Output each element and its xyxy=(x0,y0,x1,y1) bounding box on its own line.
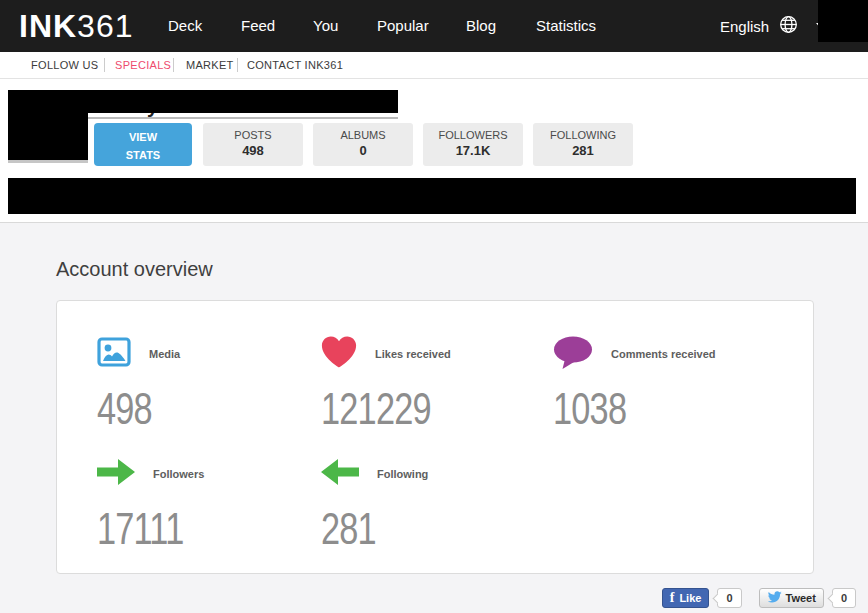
subnav-item-specials[interactable]: SPECIALS xyxy=(115,52,171,78)
stat-comments-received: Comments received 1038 xyxy=(553,337,773,429)
media-icon xyxy=(97,337,131,371)
stat-following: Following 281 xyxy=(321,457,553,549)
nav-item-feed[interactable]: Feed xyxy=(241,0,275,52)
tab-followers[interactable]: FOLLOWERS 17.1K xyxy=(423,123,523,166)
subnav-divider xyxy=(104,58,105,72)
tab-followers-value: 17.1K xyxy=(423,143,523,158)
facebook-share-group: f Like 0 xyxy=(662,588,742,608)
heart-icon xyxy=(321,336,357,372)
tab-posts-value: 498 xyxy=(203,143,303,158)
subnav-item-follow-us[interactable]: FOLLOW US xyxy=(31,52,99,78)
subnav-item-contact-ink361[interactable]: CONTACT INK361 xyxy=(247,52,343,78)
stat-followers: Followers 17111 xyxy=(97,457,321,549)
nav-item-statistics[interactable]: Statistics xyxy=(536,0,596,52)
language-label: English xyxy=(720,18,769,35)
subnav-divider xyxy=(237,58,238,72)
stat-following-label: Following xyxy=(377,468,428,480)
arrow-left-icon xyxy=(321,459,359,489)
tab-following[interactable]: FOLLOWING 281 xyxy=(533,123,633,166)
facebook-like-label: Like xyxy=(679,592,701,604)
tweet-label: Tweet xyxy=(786,592,816,604)
top-navbar: INK361 Deck Feed You Popular Blog Statis… xyxy=(0,0,868,52)
arrow-right-icon xyxy=(97,459,135,489)
tab-following-label: FOLLOWING xyxy=(533,129,633,141)
tab-posts-label: POSTS xyxy=(203,129,303,141)
comment-icon xyxy=(553,336,593,373)
view-stats-line1: VIEW xyxy=(129,131,157,143)
facebook-like-count: 0 xyxy=(717,588,741,608)
view-stats-button[interactable]: VIEW STATS xyxy=(94,123,192,166)
main-section: Account overview Media 498 Likes receive… xyxy=(0,222,868,613)
nav-item-you[interactable]: You xyxy=(313,0,338,52)
logo-bold-part: INK xyxy=(19,8,77,44)
tweet-button[interactable]: Tweet xyxy=(759,588,824,608)
twitter-share-group: Tweet 0 xyxy=(759,588,856,608)
stat-media: Media 498 xyxy=(97,337,321,429)
stat-likes-received: Likes received 121229 xyxy=(321,337,553,429)
stat-media-label: Media xyxy=(149,348,180,360)
twitter-bird-icon xyxy=(767,591,782,606)
tweet-count: 0 xyxy=(832,588,856,608)
tab-albums-label: ALBUMS xyxy=(313,129,413,141)
tab-followers-label: FOLLOWERS xyxy=(423,129,523,141)
subnav-divider xyxy=(173,58,174,72)
stat-comments-label: Comments received xyxy=(611,348,716,360)
tab-posts[interactable]: POSTS 498 xyxy=(203,123,303,166)
share-row: f Like 0 Tweet 0 xyxy=(0,588,856,608)
ink361-logo[interactable]: INK361 xyxy=(19,0,134,52)
nav-item-deck[interactable]: Deck xyxy=(168,0,202,52)
stat-likes-value: 121229 xyxy=(321,387,502,431)
stat-followers-value: 17111 xyxy=(97,507,272,551)
tab-following-value: 281 xyxy=(533,143,633,158)
globe-icon xyxy=(779,15,798,37)
stat-media-value: 498 xyxy=(97,387,272,431)
tab-albums-value: 0 xyxy=(313,143,413,158)
page-title: Account overview xyxy=(56,258,213,281)
nav-item-blog[interactable]: Blog xyxy=(466,0,496,52)
facebook-like-button[interactable]: f Like xyxy=(662,588,710,608)
redaction-box xyxy=(818,0,868,42)
redaction-box-bar xyxy=(8,178,856,214)
subnav-item-market[interactable]: MARKET xyxy=(186,52,234,78)
stat-comments-value: 1038 xyxy=(553,387,725,431)
stat-followers-label: Followers xyxy=(153,468,204,480)
sub-navbar: FOLLOW US SPECIALS MARKET CONTACT INK361 xyxy=(0,52,868,79)
language-selector[interactable]: English xyxy=(720,0,828,52)
logo-light-part: 361 xyxy=(77,8,133,44)
facebook-icon: f xyxy=(670,591,675,605)
account-overview-card: Media 498 Likes received 121229 Comments… xyxy=(56,300,814,574)
view-stats-line2: STATS xyxy=(126,149,160,161)
nav-item-popular[interactable]: Popular xyxy=(377,0,429,52)
stat-likes-label: Likes received xyxy=(375,348,451,360)
stat-following-value: 281 xyxy=(321,507,502,551)
redaction-box-name xyxy=(8,90,398,113)
tab-albums[interactable]: ALBUMS 0 xyxy=(313,123,413,166)
